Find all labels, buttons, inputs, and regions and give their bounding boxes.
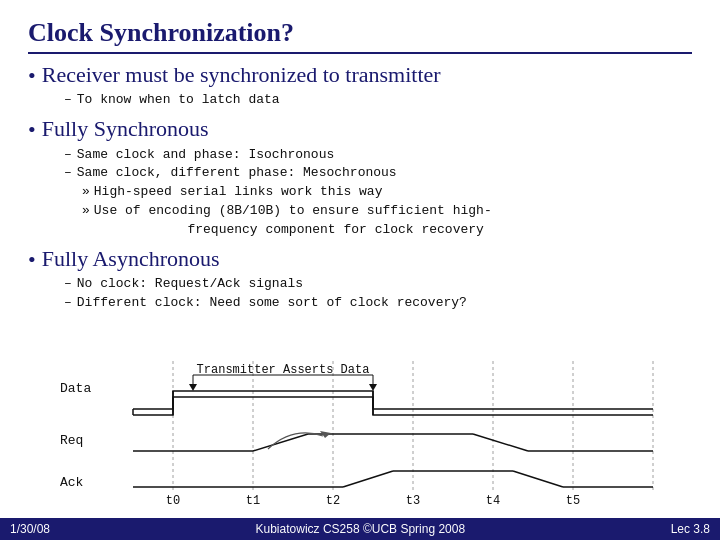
sub-sub-2b2-text: Use of encoding (8B/10B) to ensure suffi… (94, 202, 492, 240)
sub-3b-text: Different clock: Need some sort of clock… (77, 294, 467, 313)
sub-2a-text: Same clock and phase: Isochronous (77, 146, 334, 165)
bullet-3-text: Fully Asynchronous (42, 246, 220, 272)
bullet-1-text: Receiver must be synchronized to transmi… (42, 62, 441, 88)
bullet-2-text: Fully Synchronous (42, 116, 209, 142)
label-data: Data (60, 381, 91, 396)
bullet-dot-1: • (28, 63, 36, 89)
svg-text:t2: t2 (326, 494, 340, 506)
waveform-svg: Transmitter Asserts Data (102, 361, 704, 506)
bullet-1: • Receiver must be synchronized to trans… (28, 62, 692, 89)
bullet-3: • Fully Asynchronous (28, 246, 692, 273)
label-ack: Ack (60, 475, 83, 490)
bullet-dot-2: • (28, 117, 36, 143)
bottom-bar: 1/30/08 Kubiatowicz CS258 ©UCB Spring 20… (0, 518, 720, 540)
sub-3a-text: No clock: Request/Ack signals (77, 275, 303, 294)
svg-marker-12 (369, 384, 377, 391)
sub-sub-2b1: » High-speed serial links work this way (82, 183, 692, 202)
sub-2b: – Same clock, different phase: Mesochron… (64, 164, 692, 183)
label-req: Req (60, 433, 83, 448)
bullet-dot-3: • (28, 247, 36, 273)
svg-line-18 (253, 434, 308, 451)
svg-line-22 (513, 471, 563, 487)
footer-date: 1/30/08 (10, 522, 50, 536)
svg-text:t5: t5 (566, 494, 580, 506)
bullet-2-subs: – Same clock and phase: Isochronous – Sa… (64, 146, 692, 240)
svg-marker-10 (189, 384, 197, 391)
sub-3b: – Different clock: Need some sort of clo… (64, 294, 692, 313)
svg-text:t0: t0 (166, 494, 180, 506)
sub-2a: – Same clock and phase: Isochronous (64, 146, 692, 165)
svg-text:t4: t4 (486, 494, 500, 506)
bullet-2: • Fully Synchronous (28, 116, 692, 143)
sub-1a: – To know when to latch data (64, 91, 692, 110)
sub-3a: – No clock: Request/Ack signals (64, 275, 692, 294)
sub-sub-2b2: » Use of encoding (8B/10B) to ensure suf… (82, 202, 692, 240)
svg-text:t3: t3 (406, 494, 420, 506)
footer-credit: Kubiatowicz CS258 ©UCB Spring 2008 (50, 522, 671, 536)
slide: Clock Synchronization? • Receiver must b… (0, 0, 720, 540)
diagram-area: Data Req Ack Transmitter Asserts Data (60, 361, 704, 516)
bullet-1-subs: – To know when to latch data (64, 91, 692, 110)
slide-title: Clock Synchronization? (28, 18, 692, 54)
svg-text:t1: t1 (246, 494, 260, 506)
sub-1a-text: To know when to latch data (77, 91, 280, 110)
bullet-3-subs: – No clock: Request/Ack signals – Differ… (64, 275, 692, 313)
sub-2b-text: Same clock, different phase: Mesochronou… (77, 164, 397, 183)
footer-lec: Lec 3.8 (671, 522, 710, 536)
svg-line-19 (473, 434, 528, 451)
sub-sub-2b1-text: High-speed serial links work this way (94, 183, 383, 202)
svg-line-21 (343, 471, 393, 487)
waveform-container: Transmitter Asserts Data (102, 361, 704, 506)
